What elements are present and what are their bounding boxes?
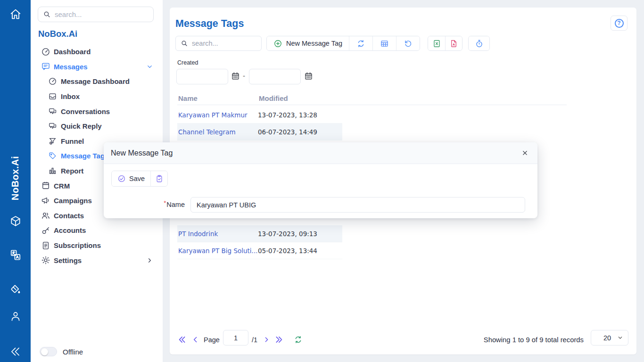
excel-file-icon xyxy=(432,39,441,48)
name-field-label: *Name xyxy=(104,201,185,208)
close-button[interactable] xyxy=(520,148,530,158)
sidebar-item-accounts[interactable]: Accounts xyxy=(31,223,163,238)
tag-icon xyxy=(48,151,58,160)
tag-name-link[interactable]: Karyawan PT Big Soluti... xyxy=(177,247,258,255)
chevrons-left-icon[interactable] xyxy=(0,346,31,358)
excel-file-button[interactable] xyxy=(428,36,445,50)
save-button[interactable]: Save xyxy=(112,171,150,186)
sidebar-item-conversations[interactable]: Conversations xyxy=(31,104,163,119)
sidebar-item-settings[interactable]: Settings xyxy=(31,253,163,268)
undo-icon xyxy=(404,39,413,48)
modified-date: 05-07-2023, 13:44 xyxy=(258,247,317,255)
sidebar-item-label: Inbox xyxy=(61,92,80,100)
app-rail: NoBox.Ai xyxy=(0,0,31,362)
chevron-down-icon xyxy=(617,335,623,341)
sidebar-item-messages[interactable]: Messages xyxy=(31,59,163,74)
sync-button[interactable] xyxy=(349,36,372,50)
table-rows-bottom: PT Indodrink13-07-2023, 09:13Karyawan PT… xyxy=(177,225,342,259)
search-icon xyxy=(181,40,188,47)
sidebar-item-inbox[interactable]: Inbox xyxy=(31,89,163,104)
cube-icon[interactable] xyxy=(0,215,31,227)
check-circle-icon xyxy=(117,174,126,183)
created-from-input[interactable] xyxy=(176,69,228,84)
sidebar-search[interactable] xyxy=(38,7,154,22)
sidebar-item-subscriptions[interactable]: Subscriptions xyxy=(31,238,163,253)
pdf-file-button[interactable] xyxy=(445,36,462,50)
table-search[interactable] xyxy=(175,36,262,51)
stopwatch-button[interactable] xyxy=(469,36,489,50)
table-rows-top: Karyawan PT Makmur13-07-2023, 13:28Chann… xyxy=(177,107,342,140)
previous-page-button[interactable] xyxy=(190,334,201,345)
undo-button[interactable] xyxy=(396,36,420,50)
new-message-tag-button[interactable]: New Message Tag xyxy=(267,36,349,50)
translate-icon[interactable] xyxy=(0,249,31,261)
column-header-name[interactable]: Name xyxy=(178,94,198,102)
offline-toggle[interactable] xyxy=(40,347,57,356)
home-icon[interactable] xyxy=(0,8,31,21)
sidebar-item-label: Message Tag xyxy=(61,152,105,160)
first-page-button[interactable] xyxy=(176,334,188,345)
sidebar-search-input[interactable] xyxy=(55,10,149,18)
toolbar-group-3 xyxy=(468,36,490,51)
box-icon xyxy=(41,181,50,190)
megaphone-icon xyxy=(41,196,50,206)
sidebar-item-message-dashboard[interactable]: Message Dashboard xyxy=(31,74,163,89)
refresh-table-button[interactable] xyxy=(292,334,304,345)
sidebar-item-label: Conversations xyxy=(61,107,110,115)
chat-bubbles-icon xyxy=(48,107,58,116)
modal-header: New Message Tag xyxy=(104,142,537,164)
bar-chart-icon xyxy=(48,166,58,175)
name-field[interactable] xyxy=(190,197,525,213)
column-header-modified[interactable]: Modified xyxy=(259,94,288,102)
table-header-divider xyxy=(177,105,567,105)
offline-label: Offline xyxy=(63,348,83,356)
stopwatch-icon xyxy=(475,39,484,48)
plus-circle-icon xyxy=(273,39,282,48)
tag-name-link[interactable]: PT Indodrink xyxy=(177,230,258,238)
sidebar-item-label: Accounts xyxy=(54,226,86,234)
tag-name-link[interactable]: Karyawan PT Makmur xyxy=(177,111,258,119)
pdf-file-icon xyxy=(449,39,458,48)
calendar-icon[interactable] xyxy=(304,72,314,81)
search-icon xyxy=(43,10,51,18)
table-search-input[interactable] xyxy=(192,40,256,47)
chat-bubbles-icon xyxy=(48,122,58,131)
modified-date: 13-07-2023, 13:28 xyxy=(258,111,317,119)
last-page-button[interactable] xyxy=(273,334,284,345)
calendar-icon[interactable] xyxy=(231,72,240,81)
toolbar-group-1: New Message Tag xyxy=(266,36,420,51)
sidebar-item-label: Message Dashboard xyxy=(61,77,130,85)
help-button[interactable]: ? xyxy=(611,16,627,31)
date-range-separator: - xyxy=(243,72,245,80)
page-size-select[interactable]: 20 xyxy=(591,330,628,346)
sidebar-brand: NoBox.Ai xyxy=(38,29,77,39)
table-button[interactable] xyxy=(372,36,396,50)
inbox-icon xyxy=(48,92,58,101)
sidebar-item-label: Campaigns xyxy=(54,197,92,205)
sync-icon xyxy=(356,39,365,48)
sidebar-item-quick-reply[interactable]: Quick Reply xyxy=(31,119,163,134)
save-button-label: Save xyxy=(129,175,145,182)
total-pages-label: /1 xyxy=(252,336,257,344)
gauge-icon xyxy=(41,47,50,57)
person-icon[interactable] xyxy=(0,310,31,322)
new-message-tag-modal: New Message Tag Save *Name xyxy=(104,142,537,218)
sidebar-item-label: Subscriptions xyxy=(54,241,101,249)
sidebar-item-dashboard[interactable]: Dashboard xyxy=(31,44,163,59)
message-square-icon xyxy=(41,62,50,71)
table-row: Channel Telegram06-07-2023, 14:49 xyxy=(177,123,342,140)
ink-drop-icon[interactable] xyxy=(0,284,31,296)
page-label: Page xyxy=(204,336,220,344)
tag-name-link[interactable]: Channel Telegram xyxy=(177,128,258,136)
page-number-input[interactable] xyxy=(223,330,248,346)
created-to-input[interactable] xyxy=(249,69,301,84)
new-message-tag-label: New Message Tag xyxy=(286,40,342,47)
next-page-button[interactable] xyxy=(261,334,272,345)
table-row: Karyawan PT Makmur13-07-2023, 13:28 xyxy=(177,107,342,123)
table-row: Karyawan PT Big Soluti...05-07-2023, 13:… xyxy=(177,242,342,259)
question-icon: ? xyxy=(615,19,624,28)
sidebar-item-label: Report xyxy=(61,167,83,175)
created-filter-label: Created xyxy=(177,59,198,66)
save-and-copy-button[interactable] xyxy=(150,171,167,186)
save-button-group: Save xyxy=(111,171,168,187)
